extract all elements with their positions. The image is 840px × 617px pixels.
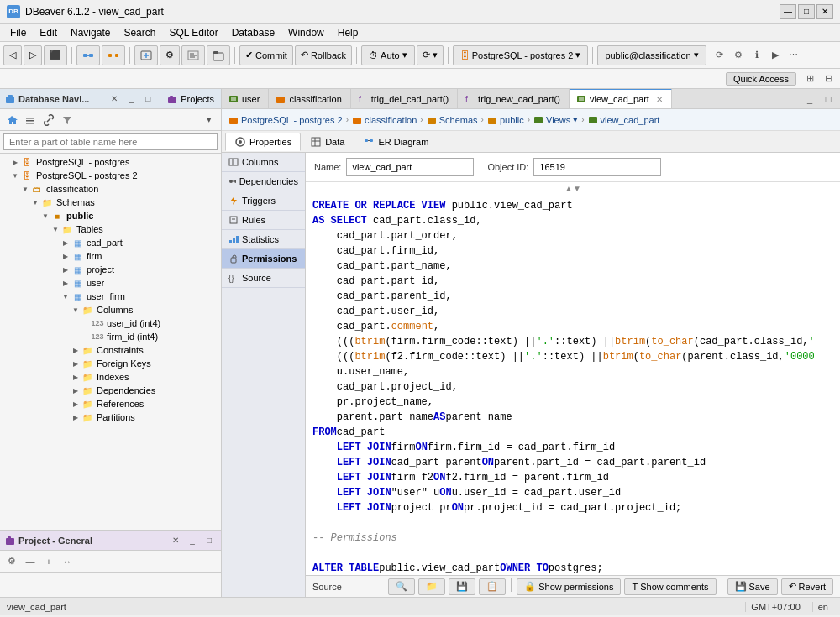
refresh-button[interactable]: ⟳: [711, 47, 728, 64]
menu-help[interactable]: Help: [331, 25, 365, 40]
nav-collapse-button[interactable]: [22, 112, 39, 128]
db-nav-tab[interactable]: Database Navi... ✕ _ □: [0, 89, 160, 109]
nav-link-button[interactable]: [40, 112, 57, 128]
expand-arrow[interactable]: ▼: [10, 170, 20, 181]
more-button[interactable]: ⋯: [785, 47, 802, 64]
tree-item-schemas[interactable]: ▼ 📁 Schemas: [0, 196, 221, 209]
expand-arrow[interactable]: ▶: [60, 277, 71, 289]
save-final-button[interactable]: 💾 Save: [727, 578, 778, 595]
tab-properties[interactable]: Properties: [225, 133, 301, 151]
show-comments-button[interactable]: T Show comments: [624, 578, 716, 595]
expand-arrow[interactable]: ▼: [71, 304, 81, 316]
project-max-btn[interactable]: □: [202, 534, 216, 547]
tab-close-icon[interactable]: ✕: [656, 95, 663, 104]
prop-nav-permissions[interactable]: Permissions: [222, 249, 305, 269]
expand-arrow[interactable]: ▼: [40, 210, 50, 222]
editor-tab-trig-new[interactable]: f trig_new_cad_part(): [458, 89, 570, 108]
project-remove-button[interactable]: —: [22, 553, 39, 570]
revert-button[interactable]: ↶ Revert: [781, 578, 833, 595]
search-button[interactable]: 🔍: [388, 578, 415, 595]
editor-tab-classification[interactable]: classification: [269, 89, 350, 108]
menu-edit[interactable]: Edit: [33, 25, 64, 40]
tab-min-button[interactable]: _: [801, 91, 818, 107]
filter-button[interactable]: ⚙: [730, 47, 747, 64]
show-permissions-button[interactable]: 🔒 Show permissions: [517, 578, 621, 595]
breadcrumb-schemas[interactable]: Schemas: [427, 115, 478, 125]
tree-item-user-id[interactable]: ▶ 123 user_id (int4): [0, 316, 221, 330]
tree-item-tables[interactable]: ▼ 📁 Tables: [0, 222, 221, 236]
prop-nav-dependencies[interactable]: Dependencies: [222, 172, 305, 191]
window-controls[interactable]: — □ ✕: [780, 4, 833, 19]
breadcrumb-public[interactable]: public: [487, 115, 524, 125]
panel-close-icon[interactable]: ✕: [108, 92, 121, 106]
panel-max-icon[interactable]: □: [141, 92, 155, 106]
maximize-button[interactable]: □: [798, 4, 815, 19]
perspective-icon[interactable]: ⊟: [820, 71, 837, 87]
new-conn-button[interactable]: [134, 45, 158, 65]
menu-database[interactable]: Database: [225, 25, 281, 40]
tree-item-dependencies[interactable]: ▶ 📁 Dependencies: [0, 384, 221, 397]
expand-arrow[interactable]: ▶: [71, 398, 81, 410]
tree-item-firm-id[interactable]: ▶ 123 firm_id (int4): [0, 330, 221, 343]
tab-max-button[interactable]: □: [820, 91, 837, 107]
edit-conn-button[interactable]: ⚙: [160, 45, 180, 65]
info-button[interactable]: ℹ: [748, 47, 765, 64]
expand-arrow[interactable]: ▶: [60, 250, 71, 262]
stop-button[interactable]: ⬛: [44, 45, 67, 65]
project-link-button[interactable]: ↔: [59, 553, 76, 570]
expand-arrow[interactable]: ▶: [71, 384, 81, 396]
tree-item-postgres2[interactable]: ▼ 🗄 PostgreSQL - postgres 2: [0, 169, 221, 182]
save-button2[interactable]: 💾: [449, 578, 475, 595]
tree-item-partitions[interactable]: ▶ 📁 Partitions: [0, 410, 221, 424]
object-id-field[interactable]: [533, 158, 661, 176]
editor-tab-user[interactable]: user: [222, 89, 269, 108]
tree-item-classification[interactable]: ▼ 🗃 classification: [0, 182, 221, 196]
breadcrumb-views[interactable]: Views ▾: [533, 114, 578, 125]
search-input[interactable]: [3, 133, 218, 150]
db-selector[interactable]: 🗄 PostgreSQL - postgres 2 ▾: [453, 45, 589, 65]
tab-data[interactable]: Data: [301, 133, 354, 151]
close-button[interactable]: ✕: [816, 4, 833, 19]
expand-arrow[interactable]: ▶: [10, 156, 20, 168]
expand-arrow[interactable]: ▶: [60, 264, 71, 275]
sql-editor-button[interactable]: [181, 45, 205, 65]
expand-arrow[interactable]: ▼: [30, 196, 40, 208]
tree-item-public[interactable]: ▼ ■ public: [0, 209, 221, 222]
tree-item-foreign-keys[interactable]: ▶ 📁 Foreign Keys: [0, 357, 221, 370]
name-field[interactable]: [346, 158, 474, 176]
sql-editor[interactable]: CREATE OR REPLACE VIEW public.view_cad_p…: [306, 195, 840, 575]
tree-item-indexes[interactable]: ▶ 📁 Indexes: [0, 370, 221, 384]
editor-tab-trig-del[interactable]: f trig_del_cad_part(): [351, 89, 458, 108]
project-close-btn[interactable]: ✕: [169, 534, 182, 547]
run-button[interactable]: ▶: [767, 47, 784, 64]
tree-item-firm[interactable]: ▶ ▦ firm: [0, 249, 221, 263]
project-add-button[interactable]: +: [40, 553, 57, 570]
expand-arrow[interactable]: ▼: [50, 223, 60, 235]
nav-filter-button[interactable]: [59, 112, 76, 128]
editor-tab-view-cad-part[interactable]: view_cad_part ✕: [570, 89, 672, 108]
breadcrumb-view-cad-part[interactable]: view_cad_part: [588, 115, 660, 125]
tree-item-user-firm[interactable]: ▼ ▦ user_firm: [0, 290, 221, 303]
nav-home-button[interactable]: [3, 112, 20, 128]
minimize-button[interactable]: —: [780, 4, 796, 19]
prop-nav-rules[interactable]: Rules: [222, 211, 305, 230]
expand-arrow[interactable]: ▶: [71, 411, 81, 423]
tree-item-user[interactable]: ▶ ▦ user: [0, 276, 221, 290]
forward-button[interactable]: ▷: [24, 45, 42, 65]
back-button[interactable]: ◁: [3, 45, 22, 65]
prop-nav-statistics[interactable]: Statistics: [222, 230, 305, 249]
collapse-down-icon[interactable]: ▼: [573, 184, 581, 193]
prop-nav-triggers[interactable]: Triggers: [222, 191, 305, 211]
connect-button[interactable]: [76, 45, 100, 65]
expand-arrow[interactable]: ▶: [60, 237, 71, 248]
prop-nav-columns[interactable]: Columns: [222, 153, 305, 172]
tree-item-cad-part[interactable]: ▶ ▦ cad_part: [0, 236, 221, 249]
project-settings-button[interactable]: ⚙: [3, 553, 20, 570]
commit-button[interactable]: ✔ Commit: [239, 45, 293, 65]
rollback-button[interactable]: ↶ Rollback: [295, 45, 352, 65]
project-min-btn[interactable]: _: [186, 534, 199, 547]
save-to-file-button[interactable]: 📁: [418, 578, 445, 595]
views-chevron-icon[interactable]: ▾: [573, 114, 578, 125]
autocommit-btn[interactable]: ⟳ ▾: [417, 45, 444, 65]
panel-min-icon[interactable]: _: [124, 92, 138, 106]
